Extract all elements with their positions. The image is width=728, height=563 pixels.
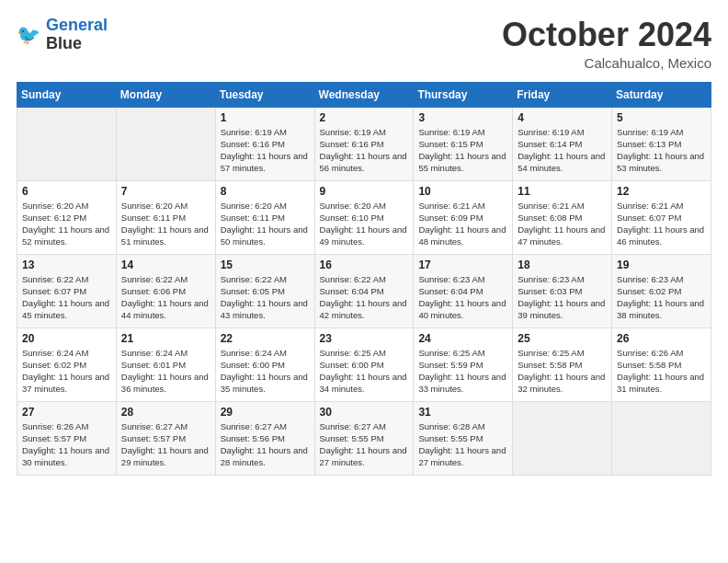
table-row: 10Sunrise: 6:21 AMSunset: 6:09 PMDayligh… — [414, 180, 513, 254]
table-row: 31Sunrise: 6:28 AMSunset: 5:55 PMDayligh… — [414, 401, 513, 475]
table-row: 3Sunrise: 6:19 AMSunset: 6:15 PMDaylight… — [414, 107, 513, 180]
table-row: 18Sunrise: 6:23 AMSunset: 6:03 PMDayligh… — [513, 254, 612, 327]
calendar-week-row: 27Sunrise: 6:26 AMSunset: 5:57 PMDayligh… — [17, 401, 711, 475]
table-row — [17, 107, 117, 180]
day-number: 29 — [221, 406, 310, 419]
table-row — [116, 107, 215, 180]
day-detail: Sunrise: 6:25 AMSunset: 5:59 PMDaylight:… — [418, 347, 507, 396]
table-row: 17Sunrise: 6:23 AMSunset: 6:04 PMDayligh… — [414, 254, 513, 327]
day-number: 19 — [617, 259, 706, 271]
day-number: 18 — [518, 259, 607, 271]
day-number: 30 — [320, 406, 409, 419]
day-number: 31 — [418, 406, 507, 419]
logo-text: GeneralBlue — [46, 17, 108, 53]
day-number: 23 — [320, 332, 409, 345]
table-row: 29Sunrise: 6:27 AMSunset: 5:56 PMDayligh… — [215, 401, 314, 475]
day-number: 9 — [320, 185, 409, 198]
day-detail: Sunrise: 6:27 AMSunset: 5:56 PMDaylight:… — [221, 420, 310, 469]
table-row: 1Sunrise: 6:19 AMSunset: 6:16 PMDaylight… — [215, 107, 314, 180]
title-block: October 2024 Calcahualco, Mexico — [502, 17, 711, 71]
day-number: 11 — [518, 185, 607, 198]
table-row: 21Sunrise: 6:24 AMSunset: 6:01 PMDayligh… — [116, 327, 215, 401]
day-detail: Sunrise: 6:23 AMSunset: 6:04 PMDaylight:… — [418, 273, 507, 322]
table-row: 30Sunrise: 6:27 AMSunset: 5:55 PMDayligh… — [314, 401, 414, 475]
day-number: 17 — [418, 259, 507, 271]
col-saturday: Saturday — [612, 82, 711, 107]
day-number: 26 — [617, 332, 706, 345]
table-row: 9Sunrise: 6:20 AMSunset: 6:10 PMDaylight… — [314, 180, 414, 254]
day-detail: Sunrise: 6:23 AMSunset: 6:03 PMDaylight:… — [518, 273, 607, 322]
day-detail: Sunrise: 6:21 AMSunset: 6:09 PMDaylight:… — [418, 200, 507, 248]
table-row: 14Sunrise: 6:22 AMSunset: 6:06 PMDayligh… — [116, 254, 215, 327]
month-title: October 2024 — [502, 17, 711, 53]
day-number: 21 — [121, 332, 210, 345]
day-number: 24 — [418, 332, 507, 345]
day-number: 7 — [121, 185, 210, 198]
table-row: 25Sunrise: 6:25 AMSunset: 5:58 PMDayligh… — [513, 327, 612, 401]
col-sunday: Sunday — [17, 82, 117, 107]
day-detail: Sunrise: 6:27 AMSunset: 5:57 PMDaylight:… — [121, 420, 210, 469]
day-detail: Sunrise: 6:24 AMSunset: 6:00 PMDaylight:… — [221, 347, 310, 396]
day-detail: Sunrise: 6:26 AMSunset: 5:58 PMDaylight:… — [617, 347, 706, 396]
table-row: 28Sunrise: 6:27 AMSunset: 5:57 PMDayligh… — [116, 401, 215, 475]
table-row: 6Sunrise: 6:20 AMSunset: 6:12 PMDaylight… — [17, 180, 117, 254]
calendar-week-row: 1Sunrise: 6:19 AMSunset: 6:16 PMDaylight… — [17, 107, 711, 180]
col-tuesday: Tuesday — [215, 82, 314, 107]
svg-text:🐦: 🐦 — [17, 23, 41, 47]
day-number: 6 — [22, 185, 111, 198]
calendar-week-row: 20Sunrise: 6:24 AMSunset: 6:02 PMDayligh… — [17, 327, 711, 401]
table-row: 2Sunrise: 6:19 AMSunset: 6:16 PMDaylight… — [314, 107, 414, 180]
table-row: 13Sunrise: 6:22 AMSunset: 6:07 PMDayligh… — [17, 254, 117, 327]
table-row: 4Sunrise: 6:19 AMSunset: 6:14 PMDaylight… — [513, 107, 612, 180]
day-detail: Sunrise: 6:20 AMSunset: 6:12 PMDaylight:… — [22, 200, 111, 248]
day-detail: Sunrise: 6:20 AMSunset: 6:11 PMDaylight:… — [121, 200, 210, 248]
day-detail: Sunrise: 6:25 AMSunset: 6:00 PMDaylight:… — [320, 347, 409, 396]
table-row — [612, 401, 711, 475]
day-number: 22 — [221, 332, 310, 345]
table-row — [513, 401, 612, 475]
header: 🐦 GeneralBlue October 2024 Calcahualco, … — [17, 17, 711, 71]
table-row: 22Sunrise: 6:24 AMSunset: 6:00 PMDayligh… — [215, 327, 314, 401]
col-wednesday: Wednesday — [314, 82, 414, 107]
day-number: 10 — [418, 185, 507, 198]
day-number: 25 — [518, 332, 607, 345]
day-number: 2 — [320, 111, 409, 124]
table-row: 15Sunrise: 6:22 AMSunset: 6:05 PMDayligh… — [215, 254, 314, 327]
day-detail: Sunrise: 6:24 AMSunset: 6:02 PMDaylight:… — [22, 347, 111, 396]
day-number: 15 — [221, 259, 310, 271]
day-detail: Sunrise: 6:22 AMSunset: 6:06 PMDaylight:… — [121, 273, 210, 322]
day-detail: Sunrise: 6:21 AMSunset: 6:07 PMDaylight:… — [617, 200, 706, 248]
day-detail: Sunrise: 6:22 AMSunset: 6:07 PMDaylight:… — [22, 273, 111, 322]
table-row: 26Sunrise: 6:26 AMSunset: 5:58 PMDayligh… — [612, 327, 711, 401]
calendar-table: Sunday Monday Tuesday Wednesday Thursday… — [17, 82, 711, 476]
table-row: 24Sunrise: 6:25 AMSunset: 5:59 PMDayligh… — [414, 327, 513, 401]
day-number: 5 — [617, 111, 706, 124]
day-detail: Sunrise: 6:27 AMSunset: 5:55 PMDaylight:… — [320, 420, 409, 469]
day-detail: Sunrise: 6:23 AMSunset: 6:02 PMDaylight:… — [617, 273, 706, 322]
day-number: 8 — [221, 185, 310, 198]
table-row: 8Sunrise: 6:20 AMSunset: 6:11 PMDaylight… — [215, 180, 314, 254]
day-number: 28 — [121, 406, 210, 419]
day-number: 13 — [22, 259, 111, 271]
col-friday: Friday — [513, 82, 612, 107]
day-number: 1 — [221, 111, 310, 124]
col-monday: Monday — [116, 82, 215, 107]
day-detail: Sunrise: 6:24 AMSunset: 6:01 PMDaylight:… — [121, 347, 210, 396]
day-number: 4 — [518, 111, 607, 124]
logo-icon: 🐦 — [17, 22, 42, 48]
location-title: Calcahualco, Mexico — [502, 55, 711, 71]
day-detail: Sunrise: 6:19 AMSunset: 6:13 PMDaylight:… — [617, 126, 706, 175]
day-detail: Sunrise: 6:22 AMSunset: 6:04 PMDaylight:… — [320, 273, 409, 322]
day-number: 20 — [22, 332, 111, 345]
table-row: 20Sunrise: 6:24 AMSunset: 6:02 PMDayligh… — [17, 327, 117, 401]
table-row: 16Sunrise: 6:22 AMSunset: 6:04 PMDayligh… — [314, 254, 414, 327]
table-row: 7Sunrise: 6:20 AMSunset: 6:11 PMDaylight… — [116, 180, 215, 254]
table-row: 5Sunrise: 6:19 AMSunset: 6:13 PMDaylight… — [612, 107, 711, 180]
day-detail: Sunrise: 6:25 AMSunset: 5:58 PMDaylight:… — [518, 347, 607, 396]
day-detail: Sunrise: 6:21 AMSunset: 6:08 PMDaylight:… — [518, 200, 607, 248]
col-thursday: Thursday — [414, 82, 513, 107]
day-number: 16 — [320, 259, 409, 271]
table-row: 27Sunrise: 6:26 AMSunset: 5:57 PMDayligh… — [17, 401, 117, 475]
calendar-week-row: 6Sunrise: 6:20 AMSunset: 6:12 PMDaylight… — [17, 180, 711, 254]
page: 🐦 GeneralBlue October 2024 Calcahualco, … — [0, 0, 728, 563]
